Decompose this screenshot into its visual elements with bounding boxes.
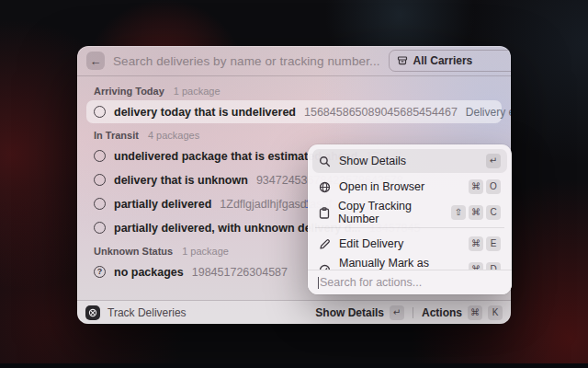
cmd-keycap: ⌘ (468, 305, 482, 320)
section-title: Arriving Today (94, 86, 164, 97)
show-details-button[interactable]: Show Details (315, 306, 384, 319)
section-title: In Transit (94, 130, 139, 141)
clipboard-icon (319, 207, 330, 219)
e-keycap: E (486, 236, 501, 251)
shift-keycap: ⇧ (451, 205, 466, 220)
carrier-filter-label: All Carriers (413, 54, 473, 67)
footer-separator (413, 307, 413, 318)
list-item-delivery-today[interactable]: delivery today that is undelivered 15684… (86, 100, 502, 123)
menu-item-show-details[interactable]: Show Details ↵ (312, 149, 507, 173)
menu-item-keys: ⌘ E (469, 236, 501, 251)
section-count: 1 package (174, 86, 220, 97)
globe-icon (319, 181, 331, 193)
status-bar: Track Deliveries Show Details ↵ Actions … (77, 300, 511, 324)
back-button[interactable]: ← (86, 52, 105, 70)
search-icon (319, 155, 331, 167)
footer-actions: Show Details ↵ Actions ⌘ K (315, 305, 503, 320)
section-count: 4 packages (148, 130, 199, 141)
tracking-number: 156845865089045685454467 (304, 106, 458, 119)
pencil-icon (319, 238, 331, 250)
tracking-number: 198451726304587 (192, 266, 288, 279)
progress-ring-icon (94, 106, 106, 118)
delivery-status: Delivery expected today (466, 106, 511, 119)
menu-item-keys: ⇧ ⌘ C (451, 205, 501, 220)
action-search-input[interactable]: Search for actions... (308, 270, 512, 294)
k-keycap: K (488, 305, 503, 320)
cmd-keycap: ⌘ (469, 236, 483, 251)
delivery-title: no packages (114, 266, 184, 279)
wallpaper-bottom-strip (0, 363, 588, 368)
menu-item-label: Show Details (339, 155, 406, 167)
cmd-keycap: ⌘ (469, 179, 483, 194)
delivery-meta: Delivery expected today USPS (466, 106, 511, 119)
menu-item-keys: ↵ (486, 154, 501, 168)
question-mark-icon: ? (94, 266, 106, 278)
actions-button[interactable]: Actions (422, 306, 462, 319)
c-keycap: C (486, 205, 501, 220)
delivery-title: partially delivered (114, 198, 211, 211)
action-menu: Show Details ↵ Open in Browser ⌘ O Copy … (308, 144, 512, 294)
section-in-transit: In Transit 4 packages (86, 124, 502, 144)
return-keycap: ↵ (390, 305, 404, 320)
menu-item-open-in-browser[interactable]: Open in Browser ⌘ O (312, 175, 507, 199)
menu-item-copy-tracking-number[interactable]: Copy Tracking Number ⇧ ⌘ C (312, 201, 507, 224)
delivery-title: delivery that is unknown (114, 174, 248, 187)
menu-item-label: Open in Browser (339, 180, 424, 193)
return-keycap: ↵ (486, 154, 501, 168)
carriers-box-icon (397, 55, 408, 66)
section-title: Unknown Status (94, 246, 173, 257)
cmd-keycap: ⌘ (469, 205, 483, 220)
search-input[interactable]: Search deliveries by name or tracking nu… (113, 54, 380, 68)
o-keycap: O (486, 179, 501, 194)
menu-item-label: Copy Tracking Number (338, 200, 443, 225)
text-caret (318, 277, 319, 289)
action-search-placeholder: Search for actions... (320, 276, 422, 289)
menu-item-edit-delivery[interactable]: Edit Delivery ⌘ E (312, 232, 507, 256)
progress-ring-icon (94, 198, 106, 210)
progress-ring-icon (94, 150, 106, 162)
search-header: ← Search deliveries by name or tracking … (77, 46, 511, 75)
app-name: Track Deliveries (107, 306, 187, 319)
progress-ring-icon (94, 222, 106, 234)
section-arriving-today: Arriving Today 1 package (86, 80, 502, 100)
section-count: 1 package (182, 246, 229, 257)
progress-ring-icon (94, 174, 106, 186)
carrier-filter-dropdown[interactable]: All Carriers (389, 50, 511, 72)
menu-divider (315, 227, 504, 228)
menu-item-keys: ⌘ O (469, 179, 501, 194)
back-arrow-icon: ← (90, 55, 102, 67)
menu-item-label: Edit Delivery (339, 237, 403, 250)
delivery-title: delivery today that is undelivered (114, 106, 296, 119)
extension-icon (85, 305, 100, 320)
